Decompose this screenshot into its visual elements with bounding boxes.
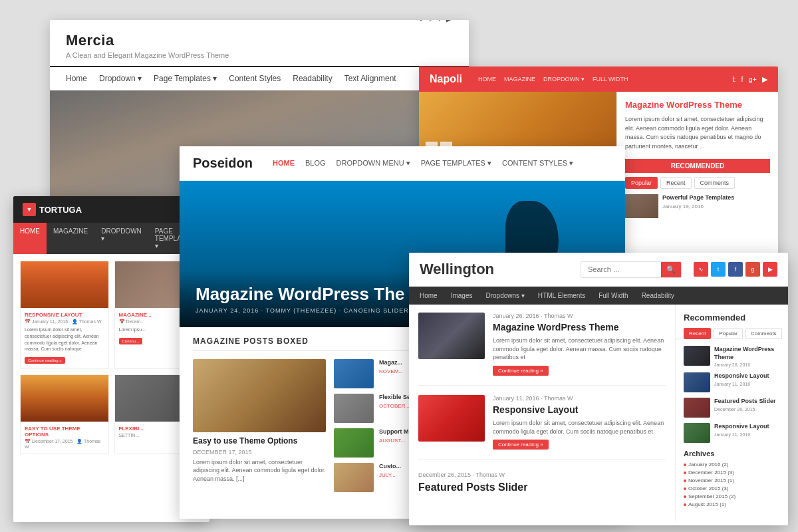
wellington-nav-images[interactable]: Images	[451, 287, 473, 305]
napoli-social-icons: 𝕥 f g+ ▶	[732, 75, 767, 84]
twitter-icon: 𝕣	[429, 20, 433, 23]
tortuga-card-3: EASY TO USE THEME OPTIONS 📅 December 17,…	[20, 374, 109, 454]
wellington-youtube-icon: ▶	[763, 262, 777, 277]
wellington-rec-text-1: Magazine WordPress Theme January 26, 201…	[714, 346, 780, 367]
wellington-archive-label-3[interactable]: November 2015 (1)	[688, 477, 734, 483]
wellington-rec-title-2: Responsive Layout	[714, 372, 769, 380]
poseidon-nav-page-templates[interactable]: PAGE TEMPLATES ▾	[421, 159, 491, 168]
wellington-sidebar-title: Recommended	[684, 313, 780, 323]
mercia-nav-home[interactable]: Home	[66, 74, 87, 83]
mercia-header: ∿ 𝕣 f ▶ Mercia A Clean and Elegant Magaz…	[50, 20, 469, 67]
wellington-read-more-2[interactable]: Continue reading »	[493, 440, 549, 450]
napoli-nav-dropdown[interactable]: DROPDOWN ▾	[543, 76, 585, 82]
poseidon-main-post-image	[193, 359, 326, 432]
poseidon-side-post-title-4: Custo...	[379, 463, 401, 471]
wellington-content: January 26, 2016 · Thomas W Magazine Wor…	[409, 305, 788, 521]
tortuga-card-meta-1: 📅 January 11, 2016 👤 Thomas W	[25, 319, 104, 325]
wellington-article-2: January 11, 2016 · Thomas W Responsive L…	[418, 395, 666, 460]
wellington-search-input[interactable]	[581, 262, 661, 277]
wellington-featured-meta: December 26, 2015 · Thomas W	[418, 471, 666, 478]
wellington-rec-image-4	[684, 423, 710, 443]
screenshot-container: ∿ 𝕣 f ▶ Mercia A Clean and Elegant Magaz…	[0, 0, 798, 532]
archive-dot-6	[684, 503, 686, 506]
poseidon-nav: HOME BLOG DROPDOWN MENU ▾ PAGE TEMPLATES…	[273, 159, 573, 168]
tortuga-nav-home[interactable]: HOME	[13, 223, 47, 254]
mercia-nav-page-templates[interactable]: Page Templates ▾	[154, 74, 217, 83]
wellington-nav-dropdowns[interactable]: Dropdowns ▾	[485, 287, 524, 305]
youtube-icon: ▶	[446, 20, 453, 23]
poseidon-nav-dropdown[interactable]: DROPDOWN MENU ▾	[336, 159, 410, 168]
wellington-social-icons: ∿ t f g ▶	[694, 262, 777, 277]
mercia-nav: Home Dropdown ▾ Page Templates ▾ Content…	[50, 67, 469, 90]
wellington-nav-readability[interactable]: Readability	[642, 287, 674, 305]
wellington-facebook-icon: f	[728, 262, 743, 277]
archive-dot-4	[684, 487, 686, 490]
wellington-archive-label-2[interactable]: December 2015 (3)	[688, 469, 734, 475]
mercia-nav-text-align[interactable]: Text Alignment	[344, 74, 396, 83]
napoli-recommended-label: RECOMMENDED	[625, 159, 770, 173]
wellington-rec-date-2: January 11, 2016	[714, 382, 769, 386]
poseidon-nav-home[interactable]: HOME	[273, 159, 295, 168]
napoli-nav-home[interactable]: HOME	[478, 76, 496, 82]
wellington-rec-date-1: January 26, 2016	[714, 362, 780, 367]
napoli-tab-recent[interactable]: Recent	[660, 177, 692, 189]
wellington-rec-title-1: Magazine WordPress Theme	[714, 346, 780, 361]
wellington-logo: Wellington	[420, 261, 494, 278]
wellington-archive-label-1[interactable]: January 2016 (2)	[688, 462, 728, 467]
tortuga-card-text-1: Lorem ipsum dolor sit amet, consectetuer…	[25, 327, 104, 352]
wellington-tab-recent[interactable]: Recent	[684, 328, 711, 339]
mercia-nav-content[interactable]: Content Styles	[229, 74, 281, 83]
wellington-archives-title: Archives	[684, 450, 780, 458]
napoli-sidebar-text: Lorem ipsum dolor sit amet, consectetuer…	[625, 115, 770, 151]
wellington-sidebar-tabs: Recent Popular Comments	[684, 328, 780, 339]
tortuga-card-meta-3: 📅 December 17, 2015 👤 Thomas W	[25, 439, 104, 449]
napoli-gplus-icon: g+	[748, 75, 757, 84]
napoli-rec-text: Powerful Page Templates January 19, 2016	[662, 194, 734, 209]
wellington-archive-label-4[interactable]: October 2015 (3)	[688, 485, 728, 491]
wellington-article-text-1: Lorem ipsum dolor sit amet, consectetuer…	[493, 336, 666, 362]
wellington-rec-image-3	[684, 398, 710, 418]
tortuga-nav-dropdown[interactable]: DROPDOWN ▾	[94, 223, 148, 254]
poseidon-logo: Poseidon	[193, 156, 253, 171]
napoli-tab-comments[interactable]: Comments	[694, 177, 735, 189]
archive-dot-2	[684, 471, 686, 474]
wellington-archive-label-5[interactable]: September 2015 (2)	[688, 493, 735, 499]
wellington-article-meta-2: January 11, 2016 · Thomas W	[493, 395, 666, 402]
wellington-rec-image-1	[684, 346, 710, 366]
wellington-header: Wellington 🔍 ∿ t f g ▶	[409, 253, 788, 287]
wellington-rec-text-4: Responsive Layout January 11, 2016	[714, 423, 769, 437]
mercia-subtitle: A Clean and Elegant Magazine WordPress T…	[66, 51, 453, 59]
wellington-article-meta-1: January 26, 2016 · Thomas W	[493, 313, 666, 319]
wellington-search-button[interactable]: 🔍	[661, 262, 681, 277]
poseidon-header: Poseidon HOME BLOG DROPDOWN MENU ▾ PAGE …	[180, 146, 625, 181]
wellington-nav-home[interactable]: Home	[420, 287, 438, 305]
poseidon-nav-content[interactable]: CONTENT STYLES ▾	[502, 159, 573, 168]
mercia-nav-dropdown[interactable]: Dropdown ▾	[99, 74, 142, 83]
tortuga-nav-magazine[interactable]: MAGAZINE	[47, 223, 94, 254]
wellington-twitter-icon: t	[711, 262, 726, 277]
poseidon-side-post-image-3	[334, 428, 374, 458]
napoli-tab-popular[interactable]: Popular	[625, 177, 658, 189]
wellington-nav-html[interactable]: HTML Elements	[538, 287, 585, 305]
poseidon-side-post-date-1: NOVEM...	[379, 368, 403, 374]
napoli-nav-fullwidth[interactable]: FULL WIDTH	[593, 76, 628, 82]
wellington-tab-comments[interactable]: Comments	[745, 328, 782, 339]
poseidon-side-post-text-1: Magaz... NOVEM...	[379, 359, 403, 374]
poseidon-nav-blog[interactable]: BLOG	[305, 159, 326, 168]
wellington-rec-item-4: Responsive Layout January 11, 2016	[684, 423, 780, 443]
wellington-rec-title-4: Responsive Layout	[714, 423, 769, 431]
wellington-archive-label-6[interactable]: August 2015 (1)	[688, 501, 726, 507]
wellington-read-more-1[interactable]: Continue reading »	[493, 366, 549, 376]
poseidon-side-post-image-1	[334, 359, 374, 388]
tortuga-card-1: RESPONSIVE LAYOUT 📅 January 11, 2016 👤 T…	[20, 261, 109, 369]
tortuga-read-more-2[interactable]: Continu...	[119, 338, 143, 344]
tortuga-card-title-1: RESPONSIVE LAYOUT	[25, 312, 104, 318]
wellington-tab-popular[interactable]: Popular	[714, 328, 743, 339]
mercia-nav-readability[interactable]: Readability	[293, 74, 332, 83]
poseidon-side-post-title-1: Magaz...	[379, 359, 403, 367]
napoli-nav-magazine[interactable]: MAGAZINE	[504, 76, 535, 82]
napoli-facebook-icon: f	[741, 75, 743, 84]
wellington-nav-fullwidth[interactable]: Full Width	[598, 287, 628, 305]
wellington-search: 🔍	[581, 261, 682, 278]
tortuga-read-more-1[interactable]: Continue reading »	[25, 357, 65, 364]
